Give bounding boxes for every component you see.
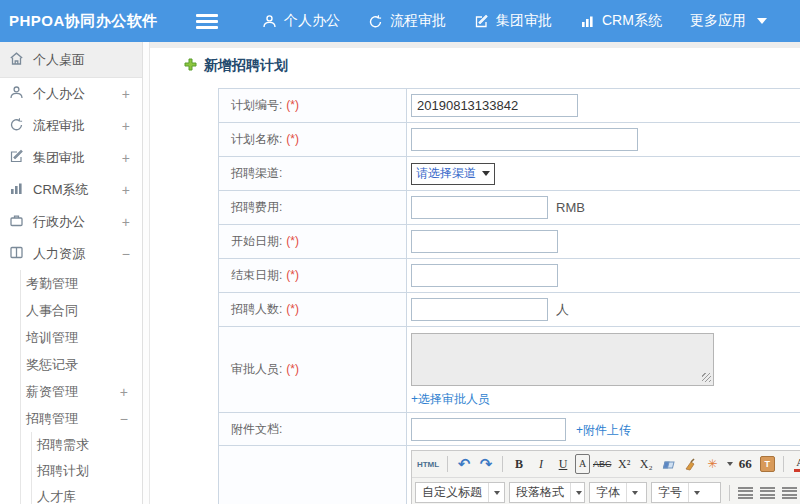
expand-plus-icon[interactable]: + <box>122 214 130 230</box>
align-left-button[interactable] <box>738 487 753 499</box>
sidebar-item-crm-system[interactable]: CRM系统 + <box>0 174 142 206</box>
bar-chart-icon <box>9 181 24 199</box>
expand-plus-icon[interactable]: + <box>120 384 128 400</box>
collapse-minus-icon[interactable]: − <box>120 411 128 427</box>
title-row: 新增招聘计划 <box>184 57 800 75</box>
sidebar-item-training-management[interactable]: 培训管理 <box>21 324 142 351</box>
sidebar-item-reward-punishment[interactable]: 奖惩记录 <box>21 351 142 378</box>
caret-down-icon <box>757 18 767 24</box>
start-date-input[interactable] <box>411 230 558 253</box>
table-row: 计划名称:(*) <box>219 123 800 157</box>
nav-item-workflow-approval[interactable]: 流程审批 <box>368 12 446 30</box>
table-row: 审批人员:(*) +选择审批人员 <box>219 327 800 413</box>
required-marker: (*) <box>286 132 299 146</box>
strikethrough-button[interactable]: ABC <box>592 454 612 474</box>
char-border-button[interactable]: A <box>575 454 590 474</box>
nav-item-crm-system[interactable]: CRM系统 <box>580 12 662 30</box>
paste-text-button[interactable]: T <box>757 454 777 474</box>
top-navbar: PHPOA协同办公软件 个人办公 流程审批 集团审批 <box>0 0 800 42</box>
sidebar-item-talent-pool[interactable]: 人才库 <box>32 484 142 504</box>
format-brush-button[interactable] <box>680 454 700 474</box>
end-date-input[interactable] <box>411 264 558 287</box>
caret-down-icon <box>494 491 500 495</box>
required-marker: (*) <box>286 234 299 248</box>
plan-number-input[interactable] <box>411 94 578 117</box>
custom-title-select[interactable]: 自定义标题 <box>415 482 505 503</box>
superscript-button[interactable]: X² <box>614 454 634 474</box>
subscript-button[interactable]: X₂ <box>636 454 656 474</box>
table-row: 招聘费用: RMB <box>219 191 800 225</box>
field-label-recruit-channel: 招聘渠道: <box>231 166 282 180</box>
field-label-start-date: 开始日期: <box>231 234 282 248</box>
sidebar-item-group-approval[interactable]: 集团审批 + <box>0 142 142 174</box>
font-size-select[interactable]: 字号 <box>651 482 721 503</box>
sidebar-item-workflow-approval[interactable]: 流程审批 + <box>0 110 142 142</box>
field-label-plan-name: 计划名称: <box>231 132 282 146</box>
redo-button[interactable]: ↷ <box>476 454 496 474</box>
workflow-icon <box>9 117 24 135</box>
caret-down-icon <box>632 491 638 495</box>
page-title: 新增招聘计划 <box>204 57 288 75</box>
collapse-minus-icon[interactable]: − <box>122 246 130 262</box>
table-row: 开始日期:(*) <box>219 225 800 259</box>
sidebar-item-recruitment-plan[interactable]: 招聘计划 <box>32 458 142 484</box>
nav-item-group-approval[interactable]: 集团审批 <box>474 12 552 30</box>
nav-item-more-apps[interactable]: 更多应用 <box>690 12 767 30</box>
headcount-input[interactable] <box>411 298 548 321</box>
channel-select[interactable]: 请选择渠道 <box>411 163 495 185</box>
eraser-button[interactable] <box>658 454 678 474</box>
approver-textarea[interactable] <box>411 333 714 386</box>
paragraph-format-select[interactable]: 段落格式 <box>509 482 585 503</box>
autoformat-button[interactable]: ✳ <box>702 454 722 474</box>
sidebar-item-personal-desktop[interactable]: 个人桌面 <box>0 42 142 78</box>
required-marker: (*) <box>286 98 299 112</box>
top-strip <box>150 42 800 48</box>
sidebar-gutter <box>143 42 150 504</box>
edit-square-icon <box>474 14 489 29</box>
html-source-button[interactable]: HTML <box>415 454 441 474</box>
sidebar-item-salary-management[interactable]: 薪资管理 + <box>21 378 142 405</box>
choose-approver-link[interactable]: +选择审批人员 <box>411 391 490 408</box>
briefcase-icon <box>9 213 24 231</box>
table-row: 附件文档: +附件上传 <box>219 413 800 446</box>
plan-name-input[interactable] <box>411 128 638 151</box>
editor-toolbar-row1: HTML ↶ ↷ B I U A ABC X² X₂ <box>412 451 800 478</box>
bold-button[interactable]: B <box>509 454 529 474</box>
expand-plus-icon[interactable]: + <box>122 182 130 198</box>
menu-icon[interactable] <box>196 14 218 29</box>
sidebar-item-admin-office[interactable]: 行政办公 + <box>0 206 142 238</box>
headcount-unit-label: 人 <box>556 302 569 317</box>
expand-plus-icon[interactable]: + <box>122 118 130 134</box>
hr-submenu: 考勤管理 人事合同 培训管理 奖惩记录 薪资管理 + 招聘管理 − 招聘需求 <box>20 270 142 504</box>
caret-down-icon <box>694 491 700 495</box>
font-family-select[interactable]: 字体 <box>589 482 647 503</box>
align-center-button[interactable] <box>760 487 775 499</box>
recruitment-plan-form: 计划编号:(*) 计划名称:(*) 招聘渠道: 请选择渠道 招聘费用: RMB <box>218 88 800 504</box>
sidebar-item-attendance-management[interactable]: 考勤管理 <box>21 270 142 297</box>
expand-plus-icon[interactable]: + <box>122 86 130 102</box>
align-right-button[interactable] <box>782 487 797 499</box>
rich-text-editor: HTML ↶ ↷ B I U A ABC X² X₂ <box>411 450 800 504</box>
nav-item-personal-office[interactable]: 个人办公 <box>262 12 340 30</box>
sidebar-item-recruitment-demand[interactable]: 招聘需求 <box>32 432 142 458</box>
attachment-input[interactable] <box>411 418 566 441</box>
sidebar-item-recruitment-management[interactable]: 招聘管理 − <box>21 405 142 432</box>
recruitment-submenu: 招聘需求 招聘计划 人才库 <box>31 432 142 504</box>
sidebar-item-human-resources[interactable]: 人力资源 − <box>0 238 142 270</box>
caret-down-icon[interactable] <box>727 462 733 466</box>
sidebar-item-personnel-contract[interactable]: 人事合同 <box>21 297 142 324</box>
underline-button[interactable]: U <box>553 454 573 474</box>
sidebar-item-personal-office[interactable]: 个人办公 + <box>0 78 142 110</box>
undo-button[interactable]: ↶ <box>454 454 474 474</box>
caret-down-icon <box>482 171 490 176</box>
resize-handle-icon[interactable] <box>702 373 711 382</box>
home-icon <box>9 51 24 69</box>
attachment-upload-link[interactable]: +附件上传 <box>576 423 631 437</box>
expand-plus-icon[interactable]: + <box>122 150 130 166</box>
blockquote-button[interactable]: 66 <box>735 454 755 474</box>
sidebar: 个人桌面 个人办公 + 流程审批 + <box>0 42 143 504</box>
font-color-button[interactable]: A <box>790 454 800 474</box>
italic-button[interactable]: I <box>531 454 551 474</box>
fee-input[interactable] <box>411 196 548 219</box>
table-row: HTML ↶ ↷ B I U A ABC X² X₂ <box>219 446 800 504</box>
